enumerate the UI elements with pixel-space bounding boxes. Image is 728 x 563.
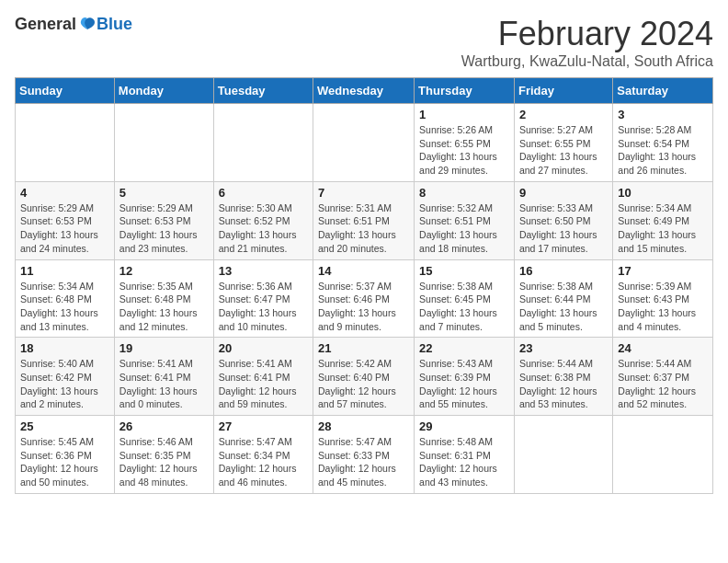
calendar-day-header: Monday [114, 78, 213, 104]
calendar-cell: 26Sunrise: 5:46 AM Sunset: 6:35 PM Dayli… [114, 416, 213, 494]
day-number: 1 [419, 108, 509, 121]
calendar-week-row: 25Sunrise: 5:45 AM Sunset: 6:36 PM Dayli… [16, 416, 713, 494]
day-number: 18 [20, 341, 109, 355]
day-number: 2 [519, 108, 608, 121]
day-number: 22 [419, 341, 509, 355]
day-info: Sunrise: 5:47 AM Sunset: 6:33 PM Dayligh… [318, 435, 409, 489]
logo-blue-text: Blue [97, 15, 132, 34]
day-info: Sunrise: 5:30 AM Sunset: 6:52 PM Dayligh… [219, 201, 308, 256]
day-number: 8 [419, 186, 509, 200]
day-number: 14 [318, 264, 409, 278]
day-number: 17 [618, 264, 708, 278]
day-info: Sunrise: 5:41 AM Sunset: 6:41 PM Dayligh… [119, 357, 209, 411]
calendar-day-header: Sunday [16, 78, 115, 104]
calendar-cell: 2Sunrise: 5:27 AM Sunset: 6:55 PM Daylig… [514, 104, 612, 182]
calendar-cell: 14Sunrise: 5:37 AM Sunset: 6:46 PM Dayli… [313, 259, 415, 338]
day-info: Sunrise: 5:48 AM Sunset: 6:31 PM Dayligh… [419, 435, 509, 489]
calendar-cell: 25Sunrise: 5:45 AM Sunset: 6:36 PM Dayli… [16, 416, 115, 494]
calendar-cell: 17Sunrise: 5:39 AM Sunset: 6:43 PM Dayli… [613, 259, 713, 338]
calendar-cell [114, 104, 213, 182]
day-info: Sunrise: 5:39 AM Sunset: 6:43 PM Dayligh… [618, 280, 708, 334]
calendar-cell: 29Sunrise: 5:48 AM Sunset: 6:31 PM Dayli… [415, 416, 515, 494]
day-info: Sunrise: 5:40 AM Sunset: 6:42 PM Dayligh… [20, 357, 109, 411]
calendar-cell: 10Sunrise: 5:34 AM Sunset: 6:49 PM Dayli… [613, 181, 713, 259]
calendar-cell: 7Sunrise: 5:31 AM Sunset: 6:51 PM Daylig… [313, 181, 415, 259]
day-number: 10 [618, 186, 708, 200]
calendar-cell: 18Sunrise: 5:40 AM Sunset: 6:42 PM Dayli… [16, 338, 115, 416]
calendar-cell: 8Sunrise: 5:32 AM Sunset: 6:51 PM Daylig… [415, 181, 515, 259]
day-info: Sunrise: 5:46 AM Sunset: 6:35 PM Dayligh… [119, 435, 209, 489]
day-info: Sunrise: 5:44 AM Sunset: 6:37 PM Dayligh… [618, 357, 708, 411]
day-number: 16 [519, 264, 608, 278]
calendar-cell: 21Sunrise: 5:42 AM Sunset: 6:40 PM Dayli… [313, 338, 415, 416]
day-number: 6 [219, 186, 308, 200]
calendar-day-header: Friday [514, 78, 612, 104]
day-info: Sunrise: 5:44 AM Sunset: 6:38 PM Dayligh… [519, 357, 608, 411]
day-number: 13 [219, 264, 308, 278]
calendar-cell: 24Sunrise: 5:44 AM Sunset: 6:37 PM Dayli… [613, 338, 713, 416]
day-info: Sunrise: 5:26 AM Sunset: 6:55 PM Dayligh… [419, 123, 509, 178]
calendar-cell: 9Sunrise: 5:33 AM Sunset: 6:50 PM Daylig… [514, 181, 612, 259]
day-info: Sunrise: 5:32 AM Sunset: 6:51 PM Dayligh… [419, 201, 509, 256]
day-number: 12 [119, 264, 209, 278]
calendar-cell: 11Sunrise: 5:34 AM Sunset: 6:48 PM Dayli… [16, 259, 115, 338]
day-info: Sunrise: 5:29 AM Sunset: 6:53 PM Dayligh… [20, 201, 109, 256]
calendar-day-header: Tuesday [213, 78, 313, 104]
calendar-day-header: Saturday [613, 78, 713, 104]
day-number: 27 [219, 419, 308, 433]
day-number: 25 [20, 419, 109, 433]
calendar-week-row: 4Sunrise: 5:29 AM Sunset: 6:53 PM Daylig… [16, 181, 713, 259]
day-number: 4 [20, 186, 109, 200]
day-number: 21 [318, 341, 409, 355]
calendar-cell [313, 104, 415, 182]
day-info: Sunrise: 5:45 AM Sunset: 6:36 PM Dayligh… [20, 435, 109, 489]
calendar-cell: 6Sunrise: 5:30 AM Sunset: 6:52 PM Daylig… [213, 181, 313, 259]
calendar-week-row: 11Sunrise: 5:34 AM Sunset: 6:48 PM Dayli… [16, 259, 713, 338]
day-info: Sunrise: 5:35 AM Sunset: 6:48 PM Dayligh… [119, 280, 209, 334]
day-number: 3 [618, 108, 708, 121]
day-info: Sunrise: 5:33 AM Sunset: 6:50 PM Dayligh… [519, 201, 608, 256]
day-number: 29 [419, 419, 509, 433]
day-info: Sunrise: 5:41 AM Sunset: 6:41 PM Dayligh… [219, 357, 308, 411]
day-info: Sunrise: 5:47 AM Sunset: 6:34 PM Dayligh… [219, 435, 308, 489]
calendar-day-header: Thursday [415, 78, 515, 104]
month-title: February 2024 [461, 15, 713, 53]
title-block: February 2024 Wartburg, KwaZulu-Natal, S… [461, 15, 713, 70]
day-number: 28 [318, 419, 409, 433]
day-info: Sunrise: 5:36 AM Sunset: 6:47 PM Dayligh… [219, 280, 308, 334]
calendar-cell: 22Sunrise: 5:43 AM Sunset: 6:39 PM Dayli… [415, 338, 515, 416]
day-info: Sunrise: 5:38 AM Sunset: 6:44 PM Dayligh… [519, 280, 608, 334]
location-text: Wartburg, KwaZulu-Natal, South Africa [461, 53, 713, 70]
page-header: General Blue February 2024 Wartburg, Kwa… [15, 15, 713, 70]
calendar-cell: 4Sunrise: 5:29 AM Sunset: 6:53 PM Daylig… [16, 181, 115, 259]
day-info: Sunrise: 5:38 AM Sunset: 6:45 PM Dayligh… [419, 280, 509, 334]
calendar-cell: 16Sunrise: 5:38 AM Sunset: 6:44 PM Dayli… [514, 259, 612, 338]
day-number: 24 [618, 341, 708, 355]
calendar-week-row: 18Sunrise: 5:40 AM Sunset: 6:42 PM Dayli… [16, 338, 713, 416]
calendar-day-header: Wednesday [313, 78, 415, 104]
calendar-cell: 13Sunrise: 5:36 AM Sunset: 6:47 PM Dayli… [213, 259, 313, 338]
calendar-cell [213, 104, 313, 182]
calendar-cell: 27Sunrise: 5:47 AM Sunset: 6:34 PM Dayli… [213, 416, 313, 494]
day-info: Sunrise: 5:34 AM Sunset: 6:49 PM Dayligh… [618, 201, 708, 256]
day-number: 26 [119, 419, 209, 433]
day-number: 23 [519, 341, 608, 355]
day-number: 7 [318, 186, 409, 200]
calendar-cell [16, 104, 115, 182]
calendar-cell: 20Sunrise: 5:41 AM Sunset: 6:41 PM Dayli… [213, 338, 313, 416]
calendar-cell: 19Sunrise: 5:41 AM Sunset: 6:41 PM Dayli… [114, 338, 213, 416]
day-number: 19 [119, 341, 209, 355]
calendar-cell: 28Sunrise: 5:47 AM Sunset: 6:33 PM Dayli… [313, 416, 415, 494]
calendar-cell: 5Sunrise: 5:29 AM Sunset: 6:53 PM Daylig… [114, 181, 213, 259]
day-info: Sunrise: 5:43 AM Sunset: 6:39 PM Dayligh… [419, 357, 509, 411]
calendar-header-row: SundayMondayTuesdayWednesdayThursdayFrid… [16, 78, 713, 104]
day-info: Sunrise: 5:27 AM Sunset: 6:55 PM Dayligh… [519, 123, 608, 178]
day-info: Sunrise: 5:31 AM Sunset: 6:51 PM Dayligh… [318, 201, 409, 256]
calendar-cell: 12Sunrise: 5:35 AM Sunset: 6:48 PM Dayli… [114, 259, 213, 338]
day-number: 9 [519, 186, 608, 200]
calendar-cell: 15Sunrise: 5:38 AM Sunset: 6:45 PM Dayli… [415, 259, 515, 338]
calendar-cell [613, 416, 713, 494]
logo-bird-icon [78, 17, 97, 33]
day-number: 15 [419, 264, 509, 278]
day-info: Sunrise: 5:37 AM Sunset: 6:46 PM Dayligh… [318, 280, 409, 334]
